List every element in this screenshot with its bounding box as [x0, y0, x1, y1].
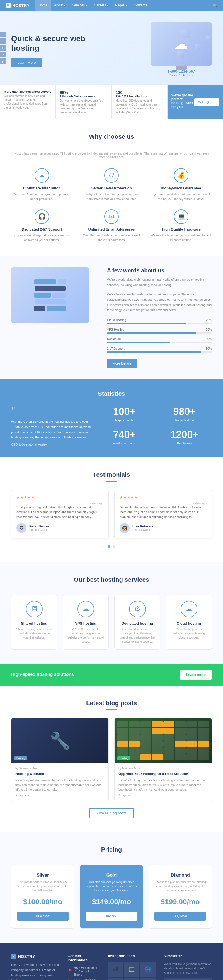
pricing-gold-price: $149.00/mo [86, 897, 137, 906]
cta-banner-button[interactable]: Learn more [180, 670, 212, 679]
shared-hosting-icon: 🖥 [26, 601, 43, 617]
insta-cell-5[interactable]: ☁ [124, 978, 139, 980]
social-sidebar: f t g in p [0, 32, 6, 64]
testi-text-2: I'm so glad to find out how many incredi… [119, 505, 207, 520]
twitter-icon[interactable]: t [0, 38, 6, 44]
logo-icon: H [6, 3, 11, 8]
feature-email: ✉ Unlimited Email Addresses We offer our… [81, 209, 142, 242]
cta-banner: High-speed hosting solutions Learn more [0, 663, 223, 686]
nav-careers[interactable]: Careers [91, 0, 112, 11]
statistics-title: Statistics [11, 390, 212, 398]
testi-author-2: 👩 Lisa Peterson Regular Client [119, 523, 207, 533]
nav-logo[interactable]: H HOSTRY [6, 3, 30, 8]
phone-icon-2: 📞 [68, 978, 72, 980]
why-choose-section: Why choose us Hostry has been numerous r… [0, 119, 223, 256]
pricing-silver-price: $100.00/mo [17, 897, 68, 906]
pricing-title: Pricing [11, 846, 212, 853]
insta-cell-6[interactable]: ⚙ [140, 978, 156, 980]
feature-moneyback: 💰 Money-back Guarantee If you are unsati… [151, 168, 212, 201]
footer: H HOSTRY Hostry is a world class web hos… [0, 943, 223, 980]
blog-post-title-1[interactable]: Hosting Updates [15, 772, 105, 776]
pricing-silver: Silver This plan is perfect. Give yourse… [11, 865, 75, 929]
footer-contact-address: 📍 2972 Westheimer Rd, Santa Ana, Illinoi… [68, 966, 100, 976]
testimonials-grid: ★★★★★ 2 days ago Hostry is amazing and b… [11, 490, 212, 538]
stats-bar: More than 250 dedicated servers Our comp… [0, 85, 223, 119]
google-icon[interactable]: g [0, 45, 6, 51]
pinterest-icon[interactable]: p [0, 59, 6, 64]
support-icon: 🎧 [35, 209, 49, 224]
footer-contact-phone[interactable]: 📞 1-800-1234-567 [68, 978, 100, 980]
stat-servers: More than 250 dedicated servers Our comp… [0, 86, 56, 119]
testi-stars-2: ★★★★★ [119, 495, 207, 500]
footer-contact-col: Contact Information 📍 2972 Westheimer Rd… [68, 954, 100, 980]
testi-avatar-1: 👨 [16, 523, 27, 533]
nav-pages[interactable]: Pages [112, 0, 131, 11]
nav-contacts[interactable]: Contacts [131, 0, 150, 11]
blog-card-2: Hosting by Matthew Scott Upgrade Your Ho… [114, 718, 212, 802]
instagram-grid: 🏙 💻 🌐 🖥 ☁ ⚙ [108, 962, 156, 980]
progress-support: 24/7 Support 90% [107, 347, 212, 353]
blog-badge-2: Hosting [117, 756, 131, 760]
blog-post-title-2[interactable]: Upgrade Your Hosting to a Real Solution [118, 772, 208, 776]
quote-author: CEO & Operator at Hostry [11, 443, 91, 446]
hero-learn-more-button[interactable]: Learn More [11, 58, 42, 67]
pricing-diamond-button[interactable]: Buy Now [155, 912, 206, 921]
facebook-icon[interactable]: f [0, 32, 6, 37]
search-icon[interactable]: 🔍 [213, 3, 217, 8]
blog-meta-2: by Matthew Scott [118, 767, 208, 770]
newsletter-email-input[interactable] [164, 978, 212, 980]
server-blocks-illustration [29, 274, 72, 317]
more-details-button[interactable]: More Details [107, 359, 137, 368]
blog-img-2: Hosting [115, 719, 212, 763]
feature-cloudflare: ☁ Cloudflare Integration We use Cloudfla… [11, 168, 72, 201]
blog-excerpt-2: If you're looking to upgrade your hostin… [118, 778, 208, 792]
nav-about[interactable]: About [51, 0, 68, 11]
testi-dot-1[interactable] [108, 545, 110, 547]
insta-cell-1[interactable]: 🏙 [108, 962, 123, 977]
testi-name-2: Lisa Peterson [132, 524, 155, 528]
blog-img-1: 🔧 Hosting [11, 719, 108, 763]
insta-cell-3[interactable]: 🌐 [140, 962, 156, 977]
blog-grid: 🔧 Hosting by Samantha Fox Hosting Update… [11, 718, 212, 802]
footer-newsletter: Newsletter Would you like to get more in… [164, 954, 212, 980]
testi-dot-2[interactable] [113, 545, 115, 547]
stat-cta: We've got the perfect hosting plans for … [167, 86, 223, 119]
cube-decoration-2 [195, 44, 201, 49]
dedicated-hosting-icon: ⚙ [129, 601, 146, 617]
stats-quote: " With more than 11 years in the hosting… [11, 406, 91, 446]
stat-employees: 1200+ Employees [157, 429, 212, 446]
pricing-gold-button[interactable]: Buy Now [86, 912, 137, 921]
testimonials-title: Testimonials [11, 471, 212, 479]
pricing-gold: Gold This plan provides you only unlimit… [80, 865, 143, 929]
statistics-inner: " With more than 11 years in the hosting… [11, 406, 212, 446]
cloud-hosting-icon: ☁ [181, 601, 198, 617]
get-quote-button[interactable]: Get a Quote [194, 98, 219, 106]
hero-title: Quick & secure web hosting [11, 34, 112, 52]
statistics-section: Statistics " With more than 11 years in … [0, 379, 223, 457]
linkedin-icon[interactable]: in [0, 52, 6, 57]
hero-section: f t g in p Quick & secure web hosting Le… [0, 11, 223, 85]
nav-links: Home About Services Careers Pages Contac… [35, 0, 213, 11]
footer-logo-icon: H [11, 954, 16, 959]
about-content: A few words about us We're a world class… [107, 267, 212, 368]
hosting-services-title: Our best hosting services [11, 576, 212, 584]
testi-date-1: 2 days ago [90, 502, 104, 505]
insta-cell-2[interactable]: 💻 [124, 962, 139, 977]
insta-cell-4[interactable]: 🖥 [108, 978, 123, 980]
nav-home[interactable]: Home [35, 0, 51, 11]
view-all-posts-button[interactable]: View all blog posts [89, 808, 134, 818]
footer-logo: H HOSTRY [11, 954, 59, 959]
testimonial-card-2: ★★★★★ 2 days ago I'm so glad to find out… [114, 490, 212, 538]
stat-customers: 99% 99% satisfied customers Our customer… [56, 86, 112, 119]
section-divider [106, 143, 117, 143]
cube-decoration-3 [177, 51, 184, 58]
testi-date-2: 2 days ago [193, 502, 207, 505]
pricing-silver-button[interactable]: Buy Now [17, 912, 68, 921]
email-icon: ✉ [104, 209, 119, 224]
nav-services[interactable]: Services [68, 0, 91, 11]
pricing-gold-desc: This plan provides you only unlimited su… [86, 880, 137, 892]
testi-text-1: Hostry is amazing and brilliant that I h… [16, 505, 104, 520]
hosting-dedicated: ⚙ Dedicated hosting A dedicated server w… [114, 595, 160, 650]
hosting-cloud: ☁ Cloud hosting Cloud hosting makes webs… [166, 595, 212, 650]
vps-hosting-icon: ☁ [78, 601, 94, 617]
